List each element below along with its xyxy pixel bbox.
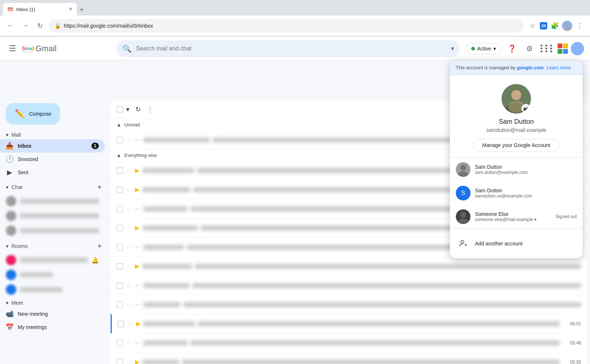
menu-button[interactable]: ☰ <box>6 41 19 56</box>
search-dropdown-icon[interactable]: ▾ <box>451 45 454 52</box>
more-options-button[interactable]: ⋮ <box>145 103 156 116</box>
snooze-button-4[interactable]: ↩ <box>135 243 140 251</box>
email-row-9[interactable]: ☆ ↩ 05:48 <box>111 333 587 353</box>
browser-actions: ☆ 28 🧩 ⋮ <box>527 20 586 32</box>
browser-profile-avatar[interactable] <box>562 21 572 31</box>
user-avatar-button[interactable] <box>571 42 584 55</box>
back-button[interactable]: ← <box>4 20 16 32</box>
email-subject-8 <box>198 321 560 326</box>
header-right: Active ▾ ❓ ⚙ <box>466 41 584 56</box>
email-checkbox-4[interactable] <box>117 244 123 251</box>
chat-add-button[interactable]: + <box>94 182 105 192</box>
reload-button[interactable]: ↻ <box>34 20 46 32</box>
star-button-0[interactable]: ☆ <box>126 167 132 175</box>
chat-contact-1[interactable] <box>0 194 105 209</box>
select-all-checkbox[interactable] <box>117 106 123 113</box>
email-row-6[interactable]: ☆ ↩ <box>111 276 587 295</box>
extensions-button[interactable]: 🧩 <box>549 20 560 32</box>
account-item-1[interactable]: S Sam Dutton samdutton.us@example.com <box>450 181 583 205</box>
email-checkbox-8[interactable] <box>118 321 124 327</box>
calendar-extension[interactable]: 28 <box>540 22 547 29</box>
star-button-2[interactable]: ☆ <box>126 205 132 213</box>
google-apps-logo <box>558 43 568 54</box>
settings-button[interactable]: ⚙ <box>522 41 537 56</box>
mail-section-header[interactable]: ▾ Mail <box>0 130 111 139</box>
sidebar-item-new-meeting[interactable]: 📹 New meeting <box>0 307 105 321</box>
search-bar[interactable]: 🔍 ▾ <box>117 40 460 57</box>
email-row-7[interactable]: ☆ ↩ <box>111 295 587 314</box>
sidebar-item-inbox[interactable]: 📥 Inbox 1 <box>0 139 105 153</box>
search-input[interactable] <box>136 45 447 52</box>
account-list: Sam Dutton sam.dutton@example.com S Sam … <box>450 158 583 229</box>
sidebar-item-snoozed[interactable]: 🕐 Snoozed <box>0 153 105 166</box>
email-checkbox-3[interactable] <box>117 225 123 231</box>
help-button[interactable]: ❓ <box>504 41 519 56</box>
room-item-3[interactable] <box>0 282 105 297</box>
compose-icon: ✏️ <box>15 109 25 119</box>
email-checkbox-1[interactable] <box>117 186 123 193</box>
add-account-button[interactable]: Add another account <box>450 232 583 255</box>
active-status-button[interactable]: Active ▾ <box>466 43 502 54</box>
email-row-8[interactable]: ☆ ▶ 06:01 <box>111 314 587 333</box>
rooms-add-button[interactable]: + <box>94 241 105 251</box>
apps-button[interactable] <box>540 41 555 56</box>
email-checkbox-9[interactable] <box>117 340 123 346</box>
email-row-10[interactable]: ☆ ▶ 05:05 <box>111 353 587 364</box>
chat-section-header[interactable]: ▾ Chat + <box>0 181 111 194</box>
email-checkbox-5[interactable] <box>117 263 123 270</box>
email-checkbox-10[interactable] <box>117 359 123 364</box>
chat-contact-3[interactable] <box>0 223 105 238</box>
new-tab-button[interactable]: + <box>78 4 86 15</box>
sidebar-item-my-meetings[interactable]: 📅 My meetings <box>0 321 105 334</box>
meet-section-header[interactable]: ▾ Meet <box>0 298 111 307</box>
select-dropdown-button[interactable]: ▾ <box>124 103 132 116</box>
snooze-button-7[interactable]: ↩ <box>135 301 140 309</box>
tab-close-button[interactable]: × <box>69 6 72 13</box>
account-item-2[interactable]: Someone Else someone.else@mail.example ▾… <box>450 205 583 228</box>
forward-button[interactable]: → <box>19 20 31 32</box>
star-button-6[interactable]: ☆ <box>126 281 132 290</box>
star-button-3[interactable]: ☆ <box>126 224 132 232</box>
header-left: ☰ Gmail Gmail <box>6 41 111 56</box>
snooze-button-9[interactable]: ↩ <box>135 339 140 347</box>
room-item-1[interactable]: 🔔 <box>0 253 105 267</box>
sidebar-item-sent[interactable]: ▶ Sent <box>0 166 105 179</box>
inbox-icon: 📥 <box>6 142 13 150</box>
account-item-0[interactable]: Sam Dutton sam.dutton@example.com <box>450 158 583 181</box>
star-button-7[interactable]: ☆ <box>126 301 132 309</box>
star-button-9[interactable]: ☆ <box>126 339 132 347</box>
address-bar[interactable]: 🔒 https://mail.google.com/mail/u/0/#inbo… <box>49 19 524 32</box>
room-item-2[interactable] <box>0 267 105 282</box>
snooze-button-unread[interactable]: ↩ <box>135 136 140 144</box>
browser-menu-button[interactable]: ⋮ <box>574 20 586 32</box>
active-tab[interactable]: Inbox (1) × <box>3 3 77 15</box>
snooze-button-2[interactable]: ↩ <box>135 205 140 213</box>
email-checkbox-unread[interactable] <box>117 137 123 143</box>
chat-avatar-1 <box>6 196 16 206</box>
rooms-section-header[interactable]: ▾ Rooms + <box>0 239 111 253</box>
email-sender-6 <box>143 283 190 288</box>
star-button-10[interactable]: ☆ <box>126 358 132 364</box>
compose-button[interactable]: ✏️ Compose <box>6 103 60 125</box>
bookmark-button[interactable]: ☆ <box>527 20 538 32</box>
star-button-8[interactable]: ☆ <box>127 320 133 328</box>
chat-contact-2[interactable] <box>0 209 105 223</box>
snooze-button-6[interactable]: ↩ <box>135 281 140 290</box>
email-checkbox-6[interactable] <box>117 282 123 289</box>
account-item-name-0: Sam Dutton <box>475 164 577 170</box>
inbox-label: Inbox <box>18 143 87 149</box>
email-sender-0 <box>142 168 194 173</box>
star-button-1[interactable]: ☆ <box>126 186 132 194</box>
learn-more-link[interactable]: Learn more <box>546 65 571 70</box>
star-button-4[interactable]: ☆ <box>126 243 132 251</box>
star-button-unread[interactable]: ☆ <box>126 136 132 144</box>
svg-point-10 <box>511 90 521 100</box>
star-button-5[interactable]: ☆ <box>126 262 132 270</box>
email-row-5[interactable]: ☆ ▶ <box>111 257 587 276</box>
manage-account-button[interactable]: Manage your Google Account <box>473 139 559 151</box>
refresh-button[interactable]: ↻ <box>133 103 143 116</box>
email-checkbox-7[interactable] <box>117 301 123 308</box>
edit-photo-button[interactable]: 📷 <box>521 104 530 113</box>
email-checkbox-0[interactable] <box>117 167 123 174</box>
email-checkbox-2[interactable] <box>117 206 123 212</box>
